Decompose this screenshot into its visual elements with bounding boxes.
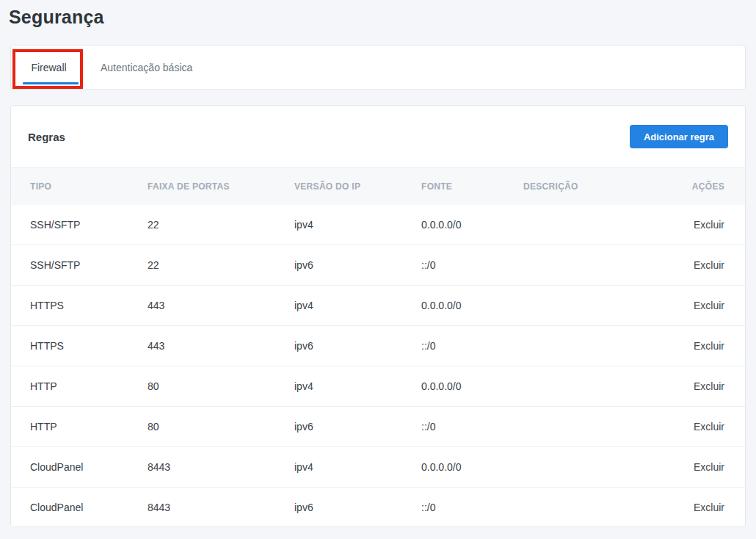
rules-title: Regras [28, 106, 65, 167]
cell-acoes: Excluir [653, 286, 745, 326]
cell-acoes: Excluir [653, 488, 745, 528]
tabs-bar: Firewall Autenticação básica [10, 45, 746, 90]
cell-fonte: ::/0 [421, 326, 523, 366]
cell-faixa-de-portas: 80 [148, 366, 294, 407]
table-row: HTTPS 443 ipv6 ::/0 Excluir [11, 326, 745, 366]
cell-versao-do-ip: ipv6 [294, 407, 421, 447]
table-row: HTTPS 443 ipv4 0.0.0.0/0 Excluir [11, 286, 745, 326]
tab-firewall-label: Firewall [31, 62, 66, 73]
tab-firewall[interactable]: Firewall [14, 46, 84, 89]
delete-link[interactable]: Excluir [694, 259, 724, 271]
cell-tipo: SSH/SFTP [11, 245, 148, 286]
cell-faixa-de-portas: 22 [148, 245, 294, 286]
table-row: HTTP 80 ipv6 ::/0 Excluir [11, 407, 745, 447]
delete-link[interactable]: Excluir [694, 300, 724, 311]
delete-link[interactable]: Excluir [694, 219, 724, 231]
column-header-versao-do-ip: VERSÃO DO IP [294, 168, 421, 205]
rules-card-header: Regras Adicionar regra [11, 106, 745, 167]
cell-fonte: 0.0.0.0/0 [421, 286, 523, 326]
table-header: TIPO FAIXA DE PORTAS VERSÃO DO IP FONTE … [11, 168, 745, 205]
cell-faixa-de-portas: 22 [148, 205, 294, 245]
cell-versao-do-ip: ipv4 [294, 286, 421, 326]
table-row: SSH/SFTP 22 ipv6 ::/0 Excluir [11, 245, 745, 286]
cell-acoes: Excluir [653, 447, 745, 488]
cell-descricao [523, 326, 653, 366]
delete-link[interactable]: Excluir [694, 340, 724, 352]
cell-fonte: ::/0 [421, 407, 523, 447]
cell-descricao [523, 447, 653, 488]
cell-fonte: ::/0 [421, 488, 523, 528]
cell-descricao [523, 286, 653, 326]
cell-acoes: Excluir [653, 407, 745, 447]
cell-faixa-de-portas: 80 [148, 407, 294, 447]
cell-acoes: Excluir [653, 326, 745, 366]
cell-acoes: Excluir [653, 245, 745, 286]
cell-tipo: SSH/SFTP [11, 205, 148, 245]
cell-tipo: HTTPS [11, 286, 148, 326]
cell-tipo: HTTPS [11, 326, 148, 366]
cell-versao-do-ip: ipv4 [294, 205, 421, 245]
cell-fonte: 0.0.0.0/0 [421, 205, 523, 245]
cell-descricao [523, 366, 653, 407]
table-row: HTTP 80 ipv4 0.0.0.0/0 Excluir [11, 366, 745, 407]
table-body: SSH/SFTP 22 ipv4 0.0.0.0/0 Excluir SSH/S… [11, 205, 745, 528]
cell-acoes: Excluir [653, 205, 745, 245]
cell-versao-do-ip: ipv4 [294, 447, 421, 488]
cell-faixa-de-portas: 443 [148, 286, 294, 326]
cell-fonte: 0.0.0.0/0 [421, 447, 523, 488]
tab-basic-auth[interactable]: Autenticação básica [90, 46, 203, 89]
column-header-acoes: AÇÕES [653, 168, 745, 205]
column-header-faixa-de-portas: FAIXA DE PORTAS [148, 168, 294, 205]
cell-tipo: CloudPanel [11, 447, 148, 488]
cell-fonte: 0.0.0.0/0 [421, 366, 523, 407]
cell-descricao [523, 205, 653, 245]
cell-acoes: Excluir [653, 366, 745, 407]
rules-card: Regras Adicionar regra TIPO FAIXA DE POR… [10, 105, 746, 527]
cell-descricao [523, 407, 653, 447]
cell-descricao [523, 488, 653, 528]
cell-tipo: HTTP [11, 407, 148, 447]
firewall-rules-table: TIPO FAIXA DE PORTAS VERSÃO DO IP FONTE … [11, 167, 745, 527]
cell-versao-do-ip: ipv4 [294, 366, 421, 407]
tab-basic-auth-label: Autenticação básica [101, 62, 192, 73]
delete-link[interactable]: Excluir [694, 421, 724, 433]
delete-link[interactable]: Excluir [694, 461, 724, 473]
cell-faixa-de-portas: 8443 [148, 488, 294, 528]
table-header-row: TIPO FAIXA DE PORTAS VERSÃO DO IP FONTE … [11, 168, 745, 205]
table-row: CloudPanel 8443 ipv4 0.0.0.0/0 Excluir [11, 447, 745, 488]
page-title: Segurança [9, 7, 104, 28]
cell-versao-do-ip: ipv6 [294, 488, 421, 528]
active-tab-indicator [23, 82, 79, 84]
cell-faixa-de-portas: 8443 [148, 447, 294, 488]
delete-link[interactable]: Excluir [694, 502, 724, 513]
cell-versao-do-ip: ipv6 [294, 326, 421, 366]
column-header-fonte: FONTE [421, 168, 523, 205]
add-rule-button[interactable]: Adicionar regra [630, 125, 728, 148]
column-header-descricao: DESCRIÇÃO [523, 168, 653, 205]
column-header-tipo: TIPO [11, 168, 148, 205]
cell-tipo: HTTP [11, 366, 148, 407]
table-row: SSH/SFTP 22 ipv4 0.0.0.0/0 Excluir [11, 205, 745, 245]
cell-tipo: CloudPanel [11, 488, 148, 528]
cell-descricao [523, 245, 653, 286]
cell-versao-do-ip: ipv6 [294, 245, 421, 286]
cell-faixa-de-portas: 443 [148, 326, 294, 366]
table-row: CloudPanel 8443 ipv6 ::/0 Excluir [11, 488, 745, 528]
security-page: { "page": { "title": "Segurança", "backg… [0, 0, 756, 539]
delete-link[interactable]: Excluir [694, 380, 724, 392]
cell-fonte: ::/0 [421, 245, 523, 286]
